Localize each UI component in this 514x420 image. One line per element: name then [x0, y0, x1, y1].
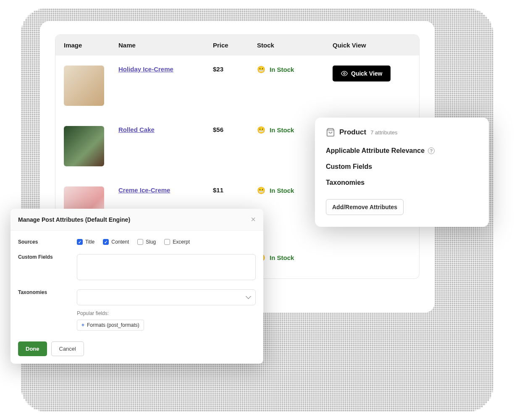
checkbox-icon [137, 239, 143, 245]
done-button[interactable]: Done [18, 341, 47, 356]
applicable-relevance-heading: Applicable Attribute Relevance [326, 147, 425, 155]
header-image: Image [64, 42, 118, 49]
product-price: $56 [213, 126, 223, 133]
table-row: Holiday Ice-Creme $23 😬In Stock Quick Vi… [55, 55, 419, 116]
stock-status: In Stock [270, 187, 294, 194]
popular-chip-label: Formats (post_formats) [87, 322, 139, 328]
shopping-bag-icon [326, 128, 335, 137]
manage-attributes-dialog: Manage Post Attributes (Default Engine) … [10, 209, 263, 364]
product-name-link[interactable]: Holiday Ice-Creme [118, 66, 173, 73]
checkbox-label: Title [85, 239, 94, 245]
quick-view-label: Quick View [351, 70, 382, 77]
header-name: Name [118, 42, 213, 49]
svg-point-0 [344, 73, 345, 74]
checkbox-label: Excerpt [173, 239, 190, 245]
source-checkbox-item[interactable]: Title [77, 239, 94, 245]
add-remove-attributes-button[interactable]: Add/Remove Attributes [326, 199, 404, 215]
checkbox-label: Content [111, 239, 129, 245]
product-name-link[interactable]: Rolled Cake [118, 126, 155, 133]
custom-fields-heading: Custom Fields [326, 163, 478, 171]
checkbox-icon [103, 239, 109, 245]
taxonomies-select[interactable] [77, 289, 256, 305]
attribute-count: 7 attributes [370, 129, 397, 136]
close-icon[interactable]: × [251, 215, 256, 224]
sources-label: Sources [18, 239, 77, 245]
plus-icon: + [81, 322, 84, 328]
source-checkbox-item[interactable]: Excerpt [164, 239, 190, 245]
table-header-row: Image Name Price Stock Quick View [55, 35, 419, 55]
product-price: $11 [213, 186, 223, 194]
checkbox-icon [77, 239, 83, 245]
source-checkbox-item[interactable]: Slug [137, 239, 156, 245]
header-stock: Stock [257, 42, 333, 49]
product-thumbnail [64, 66, 104, 106]
custom-fields-label: Custom Fields [18, 254, 77, 280]
help-icon[interactable]: ? [428, 147, 435, 154]
quick-view-button[interactable]: Quick View [333, 66, 391, 81]
taxonomies-heading: Taxonomies [326, 179, 478, 186]
popular-field-chip[interactable]: + Formats (post_formats) [77, 320, 144, 331]
checkbox-icon [164, 239, 170, 245]
stock-emoji-icon: 😬 [257, 66, 265, 74]
eye-icon [341, 70, 348, 77]
dialog-title: Manage Post Attributes (Default Engine) [18, 216, 130, 223]
stock-status: In Stock [270, 66, 294, 73]
stock-status: In Stock [270, 126, 294, 134]
product-price: $23 [213, 66, 223, 73]
source-checkbox-item[interactable]: Content [103, 239, 129, 245]
header-quickview: Quick View [333, 42, 411, 49]
cancel-button[interactable]: Cancel [51, 341, 84, 356]
header-price: Price [213, 42, 257, 49]
dialog-header: Manage Post Attributes (Default Engine) … [10, 209, 263, 231]
stock-emoji-icon: 😬 [257, 126, 265, 134]
popular-fields-label: Popular fields: [77, 310, 256, 316]
product-name-link[interactable]: Creme Ice-Creme [118, 186, 170, 194]
checkbox-label: Slug [146, 239, 156, 245]
stock-status: In Stock [270, 254, 294, 261]
taxonomies-label: Taxonomies [18, 289, 77, 331]
custom-fields-input[interactable] [77, 254, 256, 280]
product-thumbnail [64, 126, 104, 166]
panel-title: Product [339, 128, 366, 136]
attribute-relevance-panel: Product 7 attributes Applicable Attribut… [315, 118, 489, 227]
stock-emoji-icon: 😬 [257, 186, 265, 194]
